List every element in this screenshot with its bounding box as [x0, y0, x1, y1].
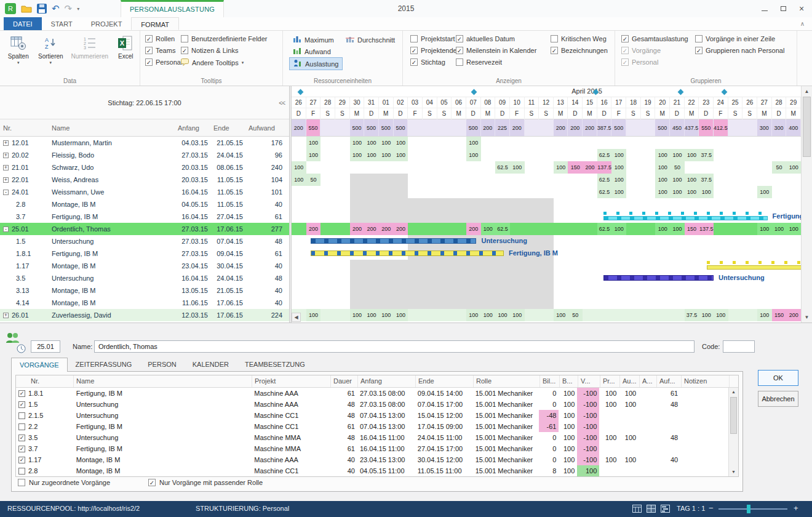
column-header-dauer[interactable]: Dauer [331, 375, 358, 387]
gantt-row[interactable]: 20020020020020020010062.562.510010010015… [292, 223, 801, 235]
row-checkbox[interactable] [18, 423, 25, 430]
collapse-ribbon-icon[interactable]: ∧ [793, 17, 812, 30]
gantt-row[interactable] [292, 284, 801, 297]
detail-scrollbar[interactable]: ▲ ▼ [728, 388, 738, 476]
zoom-slider[interactable] [718, 508, 787, 510]
tab-vorgänge[interactable]: VORGÄNGE [11, 358, 68, 372]
table-row[interactable]: 2.8Montage, IB MMaschine CC14004.05.15 1… [16, 465, 728, 476]
resource-id-field[interactable] [31, 340, 60, 353]
row-checkbox[interactable] [18, 412, 25, 419]
checkbox-vorgänge[interactable]: ✓Vorgänge [621, 47, 661, 54]
ok-button[interactable]: OK [758, 370, 798, 386]
column-header-anfang[interactable]: Anfang▼ [358, 375, 416, 387]
column-header-v[interactable]: V... [578, 375, 600, 387]
maximum-toggle[interactable]: Maximum [289, 34, 338, 46]
column-header-auf[interactable]: Auf... [657, 375, 682, 387]
scroll-down-button[interactable]: ▼ [729, 468, 738, 476]
gantt-vertical-scrollbar[interactable]: ▲ ▼ [801, 86, 812, 323]
code-field[interactable] [723, 340, 755, 353]
zoom-slider-thumb[interactable] [747, 505, 750, 513]
zoom-out-button[interactable]: − [709, 503, 714, 513]
sortieren-button[interactable]: AZ Sortieren ▾ [35, 34, 67, 65]
scrollbar-thumb[interactable] [730, 397, 737, 434]
gantt-row[interactable]: 10010010010010010062.510010010010037.5 [292, 149, 801, 161]
checkbox-rollen[interactable]: ✓Rollen [145, 35, 175, 42]
filter-nur-zugeordnete-vorgänge[interactable]: Nur zugeordnete Vorgänge [18, 479, 110, 486]
table-row[interactable]: 4.14Montage, IB M11.06.1517.06.1540 [0, 297, 289, 309]
scroll-up-button[interactable]: ▲ [802, 87, 812, 96]
gantt-row[interactable]: Untersuchung [292, 235, 801, 247]
checkbox-aktuelles-datum[interactable]: ✓aktuelles Datum [456, 35, 515, 42]
tab-projekt[interactable]: PROJEKT [82, 17, 132, 30]
table-row[interactable]: ✓1.5UntersuchungMaschine AAA4827.03.15 0… [16, 399, 728, 410]
tab-datei[interactable]: DATEI [4, 17, 42, 30]
table-row[interactable]: -24.01Weissmann, Uwe16.04.1511.05.15101 [0, 186, 289, 198]
expand-icon[interactable]: + [3, 165, 9, 170]
table-row[interactable]: 3.7Fertigung, IB M16.04.1527.04.1561 [0, 210, 289, 223]
gantt-row[interactable]: Fertigung, IB M [292, 210, 801, 223]
column-header-projekt[interactable]: Projekt [252, 375, 331, 387]
document-tab[interactable]: PERSONALAUSLASTUNG [121, 0, 224, 17]
qat-dropdown-icon[interactable]: ▾ [77, 2, 79, 15]
task-bar[interactable] [603, 275, 714, 281]
task-bar[interactable] [311, 250, 504, 256]
checkbox-kritischen-weg[interactable]: Kritischen Weg [551, 35, 607, 42]
expand-icon[interactable]: + [3, 177, 9, 183]
row-checkbox[interactable]: ✓ [18, 401, 25, 408]
table-row[interactable]: ✓1.8.1Fertigung, IB MMaschine AAA6127.03… [16, 388, 728, 399]
gantt-row[interactable]: Fertigung, IB M [292, 247, 801, 260]
gantt-row[interactable]: 10062.5100100150200137.51001005050100 [292, 161, 801, 174]
table-row[interactable]: +20.02Fleissig, Bodo27.03.1524.04.1596 [0, 149, 289, 161]
table-row[interactable]: +21.01Schwarz, Udo20.03.1508.06.15240 [0, 161, 289, 174]
collapse-icon[interactable]: - [3, 190, 9, 195]
table-row[interactable]: 2.2Fertigung, IB MMaschine CC16107.04.15… [16, 421, 728, 432]
aufwand-toggle[interactable]: Aufwand [289, 46, 335, 57]
column-header-nr[interactable]: Nr. [0, 124, 52, 132]
row-checkbox[interactable] [18, 468, 25, 475]
collapse-icon[interactable]: - [3, 226, 9, 232]
column-header-aufwand[interactable]: Aufwand [243, 124, 287, 132]
task-bar[interactable] [603, 216, 767, 220]
table-row[interactable]: 2.1.5UntersuchungMaschine CC14807.04.15 … [16, 410, 728, 421]
expand-icon[interactable]: + [3, 153, 9, 158]
durchschnitt-toggle[interactable]: Durchschnitt [342, 34, 399, 46]
view-table-icon[interactable] [647, 504, 656, 513]
column-header-anfang[interactable]: Anfang [172, 124, 208, 132]
zoom-in-button[interactable]: + [794, 503, 798, 513]
column-header-ende[interactable]: Ende [416, 375, 474, 387]
table-row[interactable]: +22.01Weiss, Andreas20.03.1511.05.15104 [0, 174, 289, 186]
task-bar[interactable] [311, 238, 477, 244]
checkbox-teams[interactable]: ✓Teams [145, 47, 175, 54]
tab-zeiterfassung[interactable]: ZEITERFASSUNG [68, 358, 140, 372]
checkbox-projektende[interactable]: ✓Projektende [410, 47, 457, 54]
checkbox-bezeichnungen[interactable]: ✓Bezeichnungen [551, 47, 608, 54]
view-calendar-icon[interactable] [632, 504, 642, 513]
gantt-row[interactable] [292, 198, 801, 210]
row-checkbox[interactable]: ✓ [18, 390, 25, 397]
gantt-row[interactable]: 1001001001001001001001001001005037.51001… [292, 309, 801, 321]
column-header-b[interactable]: B... [560, 375, 578, 387]
scroll-left-button[interactable]: ◀ [292, 313, 301, 322]
scrollbar-thumb[interactable] [803, 97, 811, 157]
column-header-a[interactable]: A... [640, 375, 657, 387]
checkbox-personal[interactable]: ✓Personal [621, 58, 658, 66]
checkbox-projektstart[interactable]: Projektstart [410, 35, 455, 42]
maximize-button[interactable] [774, 0, 792, 17]
column-header-rolle[interactable]: Rolle [474, 375, 540, 387]
column-header-name[interactable]: Name [74, 375, 252, 387]
gantt-row[interactable]: Untersuchung [292, 272, 801, 284]
checkbox-reservezeit[interactable]: Reservezeit [456, 58, 502, 66]
column-header-pr[interactable]: Pr... [600, 375, 620, 387]
row-checkbox[interactable]: ✓ [18, 435, 25, 441]
table-row[interactable]: 1.17Montage, IB M23.04.1530.04.1540 [0, 260, 289, 272]
column-header-name[interactable]: Name [52, 124, 172, 132]
gantt-row[interactable] [292, 260, 801, 272]
table-row[interactable]: +26.01Zuverlaessig, David12.03.1517.06.1… [0, 309, 289, 321]
checkbox-benutzerdefinierte-felder[interactable]: Benutzerdefinierte Felder [181, 35, 268, 42]
save-icon[interactable] [37, 2, 47, 15]
view-gantt-icon[interactable] [661, 504, 670, 513]
task-bar[interactable] [707, 265, 801, 270]
table-row[interactable]: ✓3.7Fertigung, IB MMaschine MMA6116.04.1… [16, 443, 728, 454]
table-row[interactable]: -25.01Ordentlich, Thomas27.03.1517.06.15… [0, 223, 289, 235]
column-header-ende[interactable]: Ende [208, 124, 243, 132]
